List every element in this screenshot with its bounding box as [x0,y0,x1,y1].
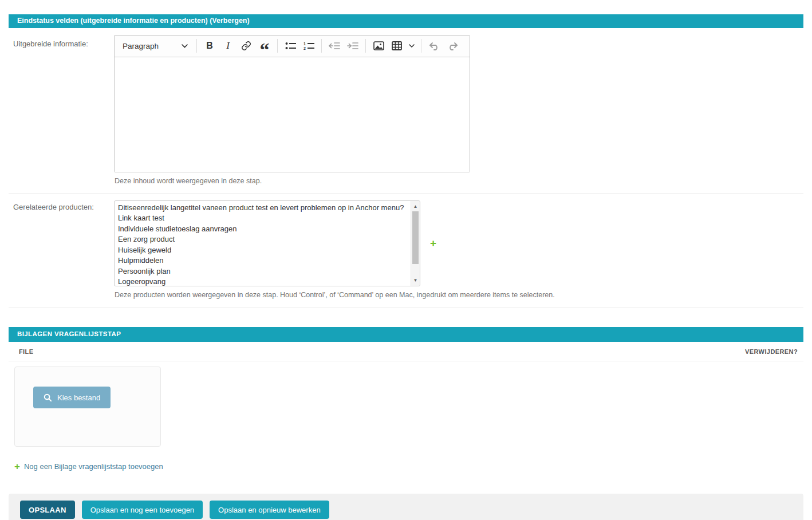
insert-image-icon[interactable] [370,37,387,54]
section-bijlagen-header: BIJLAGEN VRAGENLIJSTSTAP [9,327,803,342]
submit-row: OPSLAAN Opslaan en nog een toevoegen Ops… [9,494,803,520]
form-row-gerelateerde-producten: Gerelateerde producten: Ditiseenredelijk… [9,194,803,308]
toolbar-separator [277,39,278,53]
save-and-continue-editing-button[interactable]: Opslaan en opnieuw bewerken [210,501,329,519]
column-header-delete: VERWIJDEREN? [745,348,798,355]
select-option[interactable]: Link kaart test [115,213,408,224]
save-and-add-another-button[interactable]: Opslaan en nog een toevoegen [82,501,203,519]
select-option[interactable]: Logeeropvang [115,277,408,286]
toolbar-separator [196,39,197,53]
select-scrollbar[interactable]: ▲ ▼ [411,201,420,286]
field-help-text: Deze inhoud wordt weergegeven in deze st… [115,177,470,185]
file-upload-dropzone[interactable]: Kies bestand [14,367,161,447]
related-products-multiselect[interactable]: Ditiseenredelijk langetitel vaneen produ… [114,200,420,286]
italic-icon[interactable]: I [219,37,236,54]
attachment-row: Kies bestand [9,361,803,447]
svg-text:1: 1 [303,42,306,46]
toolbar-separator [421,39,421,53]
increase-indent-icon[interactable] [344,37,361,54]
add-related-product-icon[interactable]: + [430,238,436,249]
insert-table-icon[interactable] [388,37,405,54]
collapse-toggle-link[interactable]: (Verbergen) [210,17,249,25]
choose-file-button[interactable]: Kies bestand [33,387,111,408]
field-label: Uitgebreide informatie: [13,35,114,185]
select-option[interactable]: Individuele studietoeslag aanvragen [115,224,408,235]
svg-text:2: 2 [303,46,306,50]
section-eindstatus-header: Eindstatus velden (uitgebreide informati… [9,14,803,28]
form-row-uitgebreide-informatie: Uitgebreide informatie: Paragraph B I [9,28,803,194]
select-option[interactable]: Huiselijk geweld [115,245,408,256]
paragraph-style-dropdown[interactable]: Paragraph [118,37,192,54]
section-bijlagen: BIJLAGEN VRAGENLIJSTSTAP FILE VERWIJDERE… [9,327,803,472]
select-option[interactable]: Hulpmiddelen [115,255,408,266]
scrollbar-thumb[interactable] [412,211,419,264]
rich-text-editor: Paragraph B I “ [114,35,470,172]
toolbar-separator [365,39,366,53]
undo-icon[interactable] [425,37,443,54]
attachments-table-header: FILE VERWIJDEREN? [9,342,803,361]
save-button[interactable]: OPSLAAN [20,501,75,519]
field-help-text: Deze producten worden weergegeven in dez… [115,291,555,299]
editor-toolbar: Paragraph B I “ [115,36,470,57]
paragraph-style-value: Paragraph [123,42,159,50]
decrease-indent-icon[interactable] [326,37,343,54]
numbered-list-icon[interactable]: 12 [300,37,317,54]
bold-icon[interactable]: B [201,37,218,54]
add-attachment-label: Nog een Bijlage vragenlijststap toevoege… [24,462,163,471]
section-eindstatus: Eindstatus velden (uitgebreide informati… [9,14,803,308]
plus-icon: + [14,462,20,471]
section-title: BIJLAGEN VRAGENLIJSTSTAP [17,330,121,337]
search-icon [44,393,52,402]
choose-file-label: Kies bestand [57,393,100,402]
table-dropdown-chevron-icon[interactable] [407,37,417,54]
section-title: Eindstatus velden (uitgebreide informati… [17,17,208,25]
chevron-down-icon [182,44,188,48]
toolbar-separator [321,39,322,53]
scroll-up-arrow-icon[interactable]: ▲ [411,202,420,211]
select-option[interactable]: Een zorg product [115,234,408,245]
scroll-down-arrow-icon[interactable]: ▼ [411,276,420,285]
block-quote-icon[interactable]: “ [256,37,273,54]
link-icon[interactable] [238,37,255,54]
field-label: Gerelateerde producten: [13,200,114,299]
bulleted-list-icon[interactable] [282,37,299,54]
add-attachment-link[interactable]: + Nog een Bijlage vragenlijststap toevoe… [14,462,163,471]
column-header-file: FILE [19,348,33,355]
editor-content-area[interactable] [115,57,470,172]
select-option[interactable]: Persoonlijk plan [115,266,408,277]
redo-icon[interactable] [444,37,461,54]
select-option[interactable]: Ditiseenredelijk langetitel vaneen produ… [115,203,408,214]
